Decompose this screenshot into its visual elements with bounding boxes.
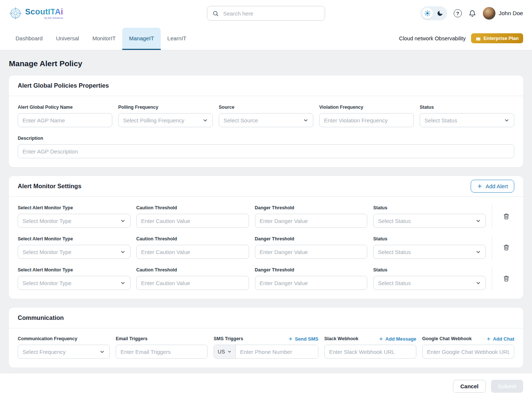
communication-frequency-label: Communication Frequency (18, 336, 110, 342)
row-status-label: Status (373, 236, 486, 242)
crown-icon (475, 36, 481, 41)
tab-dashboard[interactable]: Dashboard (9, 28, 49, 50)
user-name: John Doe (499, 10, 523, 17)
logo-name: ScoutIT (25, 7, 55, 16)
delete-row-button[interactable] (501, 274, 511, 284)
caution-threshold-label: Caution Threshold (136, 267, 249, 273)
dark-mode-button[interactable] (434, 8, 446, 19)
polling-frequency-select[interactable]: Select Polling Frequency (118, 113, 213, 127)
alert-monitor-row: Select Alert Monitor Type Select Monitor… (18, 267, 514, 290)
monitor-type-value: Select Monitor Type (23, 280, 71, 286)
gchat-webhook-input[interactable] (422, 345, 514, 359)
chevron-down-icon (120, 280, 126, 286)
add-message-button[interactable]: Add Message (379, 336, 416, 342)
source-label: Source (219, 104, 313, 110)
delete-row-button[interactable] (501, 212, 511, 222)
agp-name-input[interactable] (18, 113, 112, 127)
plan-badge[interactable]: Enterprise Plan (471, 33, 523, 43)
row-divider (492, 267, 492, 290)
danger-threshold-label: Danger Threshold (255, 267, 368, 273)
tab-learnit[interactable]: LearnIT (161, 28, 193, 50)
monitor-type-value: Select Monitor Type (23, 249, 71, 255)
danger-threshold-label: Danger Threshold (255, 236, 368, 242)
search-input[interactable] (222, 10, 320, 17)
caution-threshold-input[interactable] (136, 276, 249, 290)
status-select[interactable]: Select Status (420, 113, 514, 127)
monitor-type-label: Select Alert Monitor Type (18, 267, 130, 273)
submit-button[interactable]: Submit (491, 380, 523, 393)
user-avatar (483, 7, 495, 20)
caution-threshold-input[interactable] (136, 245, 249, 259)
delete-row-button[interactable] (501, 243, 511, 253)
row-status-label: Status (373, 267, 486, 273)
send-sms-button[interactable]: Send SMS (288, 336, 318, 342)
country-code-select[interactable]: US (214, 345, 235, 358)
bell-icon (468, 10, 476, 17)
user-menu[interactable]: John Doe (483, 7, 523, 20)
status-label: Status (420, 104, 514, 110)
row-status-select[interactable]: Select Status (373, 245, 486, 259)
caution-threshold-label: Caution Threshold (136, 236, 249, 242)
tab-manageit[interactable]: ManageIT (122, 28, 161, 50)
trash-icon (503, 244, 510, 251)
add-alert-label: Add Alert (485, 183, 508, 189)
global-search[interactable] (207, 6, 325, 21)
communication-title: Communication (18, 314, 64, 321)
row-divider (492, 205, 492, 228)
row-status-value: Select Status (378, 280, 410, 286)
logo-tagline: by A&I Solutions (44, 17, 63, 19)
row-divider (492, 236, 492, 259)
plus-icon (477, 183, 482, 189)
add-alert-button[interactable]: Add Alert (471, 180, 514, 193)
primary-nav: Dashboard Universal MonitorIT ManageIT L… (0, 27, 532, 50)
danger-threshold-input[interactable] (255, 214, 368, 228)
source-select[interactable]: Select Source (219, 113, 313, 127)
phone-number-input[interactable] (236, 345, 318, 358)
violation-frequency-input[interactable] (319, 113, 414, 127)
logo-suffix: Ai (55, 7, 63, 16)
monitor-type-label: Select Alert Monitor Type (18, 236, 130, 242)
trash-icon (503, 213, 510, 220)
email-triggers-input[interactable] (116, 345, 208, 359)
add-chat-button[interactable]: Add Chat (486, 336, 514, 342)
caution-threshold-input[interactable] (136, 214, 249, 228)
help-button[interactable]: ? (454, 9, 462, 17)
status-value: Select Status (424, 117, 457, 124)
app-header: ScoutITAi by A&I Solutions (0, 0, 532, 27)
alert-monitor-row: Select Alert Monitor Type Select Monitor… (18, 236, 514, 259)
light-mode-button[interactable] (422, 8, 433, 19)
monitor-type-select[interactable]: Select Monitor Type (18, 276, 130, 290)
plus-icon (379, 337, 383, 341)
communication-frequency-value: Select Frequency (23, 349, 66, 355)
violation-frequency-label: Violation Frequency (319, 104, 414, 110)
agp-name-label: Alert Global Policy Name (18, 104, 112, 110)
global-policies-card: Alert Global Policies Properties Alert G… (9, 75, 523, 167)
chevron-down-icon (120, 218, 126, 224)
slack-webhook-input[interactable] (324, 345, 416, 359)
monitor-type-select[interactable]: Select Monitor Type (18, 214, 130, 228)
description-label: Description (18, 135, 514, 141)
communication-frequency-select[interactable]: Select Frequency (18, 345, 110, 359)
cancel-button[interactable]: Cancel (453, 380, 486, 393)
form-footer: Cancel Submit (0, 373, 532, 399)
help-icon: ? (454, 9, 462, 17)
tab-monitorit[interactable]: MonitorIT (86, 28, 122, 50)
notifications-button[interactable] (468, 10, 476, 17)
source-value: Select Source (224, 117, 258, 124)
slack-webhook-label: Slack Webhook (324, 336, 358, 341)
email-triggers-label: Email Triggers (116, 336, 208, 342)
row-status-value: Select Status (378, 249, 410, 255)
danger-threshold-input[interactable] (255, 245, 368, 259)
chevron-down-icon (202, 118, 208, 123)
monitor-type-select[interactable]: Select Monitor Type (18, 245, 130, 259)
tab-universal[interactable]: Universal (49, 28, 86, 50)
chevron-down-icon (475, 280, 481, 286)
danger-threshold-input[interactable] (255, 276, 368, 290)
app-logo[interactable]: ScoutITAi by A&I Solutions (9, 7, 63, 20)
description-input[interactable] (18, 144, 514, 158)
row-status-select[interactable]: Select Status (373, 214, 486, 228)
sun-icon (424, 10, 431, 17)
moon-icon (437, 10, 443, 17)
row-status-select[interactable]: Select Status (373, 276, 486, 290)
page-title: Manage Alert Policy (9, 59, 523, 68)
